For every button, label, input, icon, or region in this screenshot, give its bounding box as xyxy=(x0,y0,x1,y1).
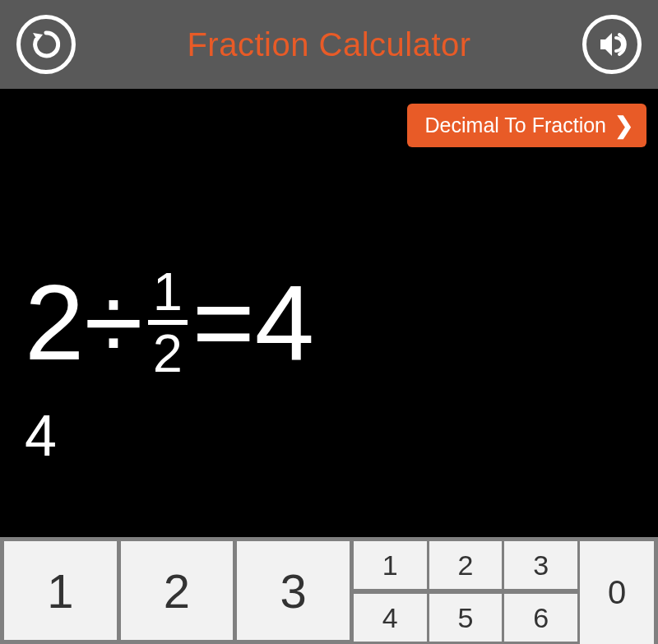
app-title: Fraction Calculator xyxy=(77,26,581,63)
display-area: 2 ÷ 1 2 = 4 4 xyxy=(0,147,658,537)
header-bar: Fraction Calculator xyxy=(0,0,658,89)
keypad-small-digits: 1 2 3 4 5 6 xyxy=(354,541,577,644)
key-3[interactable]: 3 xyxy=(237,541,350,640)
decimal-to-fraction-button[interactable]: Decimal To Fraction ❯ xyxy=(407,104,646,147)
sound-button[interactable] xyxy=(581,13,643,76)
mode-button-label: Decimal To Fraction xyxy=(425,114,606,137)
reset-icon xyxy=(16,15,76,74)
left-operand: 2 xyxy=(25,269,84,376)
fraction-operand: 1 2 xyxy=(148,265,188,380)
equals-sign: = xyxy=(192,269,255,376)
keypad: 1 2 3 1 2 3 4 5 6 0 xyxy=(0,537,658,644)
result: 4 xyxy=(255,269,314,376)
keypad-right: 1 2 3 4 5 6 0 xyxy=(354,537,658,644)
key-0[interactable]: 0 xyxy=(580,541,654,644)
decimal-result: 4 xyxy=(25,403,633,469)
reset-button[interactable] xyxy=(15,13,77,76)
keypad-large-digits: 1 2 3 xyxy=(0,537,354,644)
equation-line: 2 ÷ 1 2 = 4 xyxy=(25,265,633,380)
key-small-4[interactable]: 4 xyxy=(354,594,427,642)
key-small-3[interactable]: 3 xyxy=(504,541,577,589)
fraction-denominator: 2 xyxy=(148,325,188,380)
mode-row: Decimal To Fraction ❯ xyxy=(0,89,658,147)
fraction-numerator: 1 xyxy=(148,265,188,325)
speaker-icon xyxy=(582,15,642,74)
chevron-right-icon: ❯ xyxy=(614,112,633,139)
key-small-2[interactable]: 2 xyxy=(429,541,503,589)
key-2[interactable]: 2 xyxy=(121,541,234,640)
key-1[interactable]: 1 xyxy=(4,541,117,640)
key-small-6[interactable]: 6 xyxy=(504,594,577,642)
key-small-5[interactable]: 5 xyxy=(429,594,503,642)
operator: ÷ xyxy=(84,269,142,376)
key-small-1[interactable]: 1 xyxy=(354,541,427,589)
